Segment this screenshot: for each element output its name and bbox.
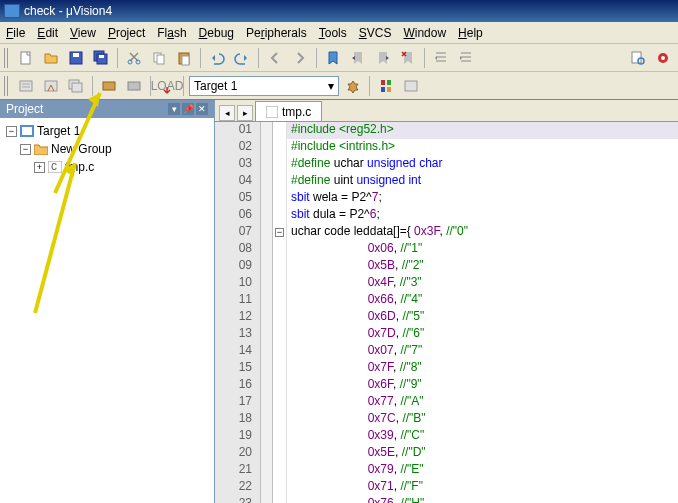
- code-line[interactable]: 0x7F, //"8": [287, 360, 678, 377]
- find-in-files-button[interactable]: [627, 47, 649, 69]
- nav-forward-button[interactable]: [289, 47, 311, 69]
- file-ext-button[interactable]: [400, 75, 422, 97]
- marker-slot[interactable]: [261, 411, 272, 428]
- code-line[interactable]: 0x6F, //"9": [287, 377, 678, 394]
- menu-svcs[interactable]: SVCS: [359, 26, 392, 40]
- save-all-button[interactable]: [90, 47, 112, 69]
- marker-slot[interactable]: [261, 377, 272, 394]
- tab-nav-right[interactable]: ▸: [237, 105, 253, 121]
- code-line[interactable]: 0x76, //"H": [287, 496, 678, 503]
- fold-slot[interactable]: [273, 139, 286, 156]
- fold-slot[interactable]: [273, 292, 286, 309]
- fold-slot[interactable]: [273, 377, 286, 394]
- code-line[interactable]: 0x4F, //"3": [287, 275, 678, 292]
- menu-tools[interactable]: Tools: [319, 26, 347, 40]
- marker-slot[interactable]: [261, 343, 272, 360]
- marker-slot[interactable]: [261, 190, 272, 207]
- tree-file[interactable]: + c tmp.c: [6, 158, 208, 176]
- marker-slot[interactable]: [261, 462, 272, 479]
- code-line[interactable]: 0x7C, //"B": [287, 411, 678, 428]
- nav-back-button[interactable]: [264, 47, 286, 69]
- paste-button[interactable]: [173, 47, 195, 69]
- expand-icon[interactable]: +: [34, 162, 45, 173]
- fold-slot[interactable]: [273, 428, 286, 445]
- marker-slot[interactable]: [261, 207, 272, 224]
- fold-slot[interactable]: [273, 343, 286, 360]
- code-line[interactable]: 0x39, //"C": [287, 428, 678, 445]
- code-line[interactable]: #define uchar unsigned char: [287, 156, 678, 173]
- fold-slot[interactable]: [273, 207, 286, 224]
- tab-nav-left[interactable]: ◂: [219, 105, 235, 121]
- code-line[interactable]: uchar code leddata[]={ 0x3F, //"0": [287, 224, 678, 241]
- menu-window[interactable]: Window: [403, 26, 446, 40]
- outdent-button[interactable]: [455, 47, 477, 69]
- fold-slot[interactable]: [273, 309, 286, 326]
- save-button[interactable]: [65, 47, 87, 69]
- fold-slot[interactable]: [273, 241, 286, 258]
- bookmark-clear-button[interactable]: [397, 47, 419, 69]
- expand-icon[interactable]: −: [20, 144, 31, 155]
- code-line[interactable]: #define uint unsigned int: [287, 173, 678, 190]
- code-line[interactable]: 0x6D, //"5": [287, 309, 678, 326]
- code-lines[interactable]: #include <reg52.h>#include <intrins.h>#d…: [287, 122, 678, 503]
- stop-build-button[interactable]: [123, 75, 145, 97]
- fold-slot[interactable]: [273, 394, 286, 411]
- code-line[interactable]: #include <intrins.h>: [287, 139, 678, 156]
- panel-pin-button[interactable]: 📌: [182, 103, 194, 115]
- menu-debug[interactable]: Debug: [199, 26, 234, 40]
- fold-slot[interactable]: [273, 190, 286, 207]
- code-line[interactable]: 0x5B, //"2": [287, 258, 678, 275]
- marker-slot[interactable]: [261, 224, 272, 241]
- menu-file[interactable]: File: [6, 26, 25, 40]
- fold-slot[interactable]: [273, 411, 286, 428]
- fold-slot[interactable]: [273, 445, 286, 462]
- menu-edit[interactable]: Edit: [37, 26, 58, 40]
- editor-tab[interactable]: tmp.c: [255, 101, 322, 121]
- code-view[interactable]: 0102030405060708091011121314151617181920…: [215, 122, 678, 503]
- menu-flash[interactable]: Flash: [157, 26, 186, 40]
- code-line[interactable]: 0x77, //"A": [287, 394, 678, 411]
- marker-slot[interactable]: [261, 156, 272, 173]
- fold-slot[interactable]: [273, 156, 286, 173]
- marker-slot[interactable]: [261, 309, 272, 326]
- expand-icon[interactable]: −: [6, 126, 17, 137]
- code-line[interactable]: 0x5E, //"D": [287, 445, 678, 462]
- undo-button[interactable]: [206, 47, 228, 69]
- marker-slot[interactable]: [261, 445, 272, 462]
- code-line[interactable]: #include <reg52.h>: [287, 122, 678, 139]
- tree-target[interactable]: − Target 1: [6, 122, 208, 140]
- code-line[interactable]: 0x66, //"4": [287, 292, 678, 309]
- fold-slot[interactable]: [273, 326, 286, 343]
- marker-slot[interactable]: [261, 173, 272, 190]
- code-line[interactable]: sbit wela = P2^7;: [287, 190, 678, 207]
- marker-slot[interactable]: [261, 122, 272, 139]
- code-line[interactable]: 0x71, //"F": [287, 479, 678, 496]
- indent-button[interactable]: [430, 47, 452, 69]
- download-button[interactable]: LOAD: [156, 75, 178, 97]
- marker-slot[interactable]: [261, 428, 272, 445]
- marker-slot[interactable]: [261, 394, 272, 411]
- menu-view[interactable]: View: [70, 26, 96, 40]
- marker-slot[interactable]: [261, 496, 272, 503]
- bookmark-prev-button[interactable]: [347, 47, 369, 69]
- copy-button[interactable]: [148, 47, 170, 69]
- toolbar-grip[interactable]: [4, 48, 10, 68]
- code-line[interactable]: 0x7D, //"6": [287, 326, 678, 343]
- redo-button[interactable]: [231, 47, 253, 69]
- toolbar-grip-2[interactable]: [4, 76, 10, 96]
- panel-menu-button[interactable]: ▾: [168, 103, 180, 115]
- cut-button[interactable]: [123, 47, 145, 69]
- fold-slot[interactable]: [273, 275, 286, 292]
- options-button[interactable]: [342, 75, 364, 97]
- open-file-button[interactable]: [40, 47, 62, 69]
- tree-group[interactable]: − New Group: [6, 140, 208, 158]
- code-line[interactable]: 0x07, //"7": [287, 343, 678, 360]
- code-line[interactable]: sbit dula = P2^6;: [287, 207, 678, 224]
- fold-slot[interactable]: −: [273, 224, 286, 241]
- rebuild-button[interactable]: [65, 75, 87, 97]
- build-button[interactable]: [40, 75, 62, 97]
- marker-slot[interactable]: [261, 275, 272, 292]
- marker-slot[interactable]: [261, 479, 272, 496]
- menu-project[interactable]: Project: [108, 26, 145, 40]
- new-file-button[interactable]: [15, 47, 37, 69]
